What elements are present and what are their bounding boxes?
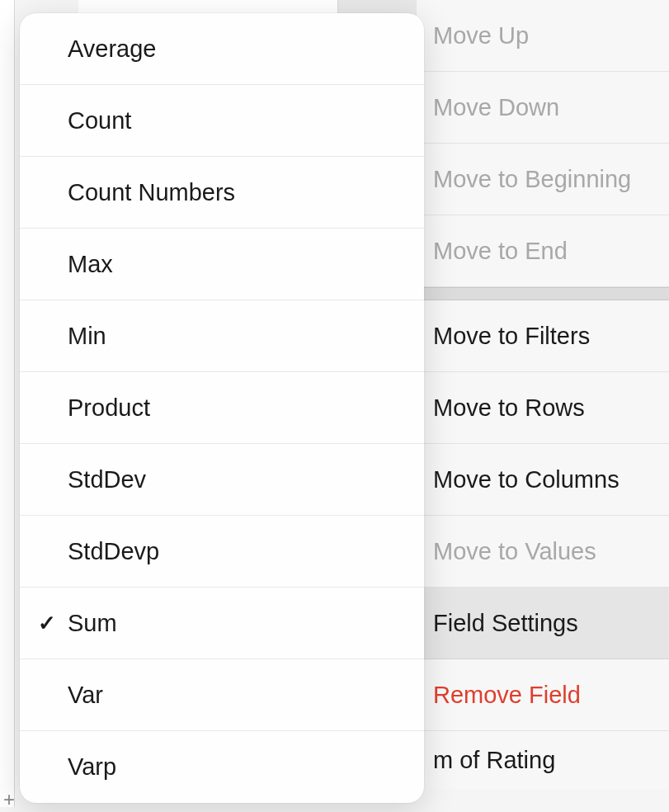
aggregation-count[interactable]: Count — [20, 85, 424, 157]
menu-move-to-beginning: Move to Beginning — [417, 144, 669, 215]
field-context-menu: Move Up Move Down Move to Beginning Move… — [417, 0, 669, 789]
aggregation-label: Max — [68, 251, 113, 278]
aggregation-label: Varp — [68, 753, 116, 781]
aggregation-average[interactable]: Average — [20, 13, 424, 85]
menu-field-settings[interactable]: Field Settings — [417, 588, 669, 659]
plus-icon: + — [0, 791, 18, 809]
menu-move-to-columns[interactable]: Move to Columns — [417, 444, 669, 516]
menu-move-up: Move Up — [417, 0, 669, 72]
menu-move-to-filters[interactable]: Move to Filters — [417, 300, 669, 372]
aggregation-sum[interactable]: ✓ Sum — [20, 588, 424, 659]
menu-move-to-rows[interactable]: Move to Rows — [417, 372, 669, 444]
menu-move-to-end: Move to End — [417, 215, 669, 287]
aggregation-label: Count — [68, 107, 131, 135]
aggregation-stddevp[interactable]: StdDevp — [20, 516, 424, 588]
aggregation-label: Var — [68, 682, 103, 709]
spreadsheet-row-edge — [0, 0, 15, 807]
aggregation-max[interactable]: Max — [20, 229, 424, 300]
aggregation-min[interactable]: Min — [20, 300, 424, 372]
menu-move-to-values: Move to Values — [417, 516, 669, 588]
aggregation-stddev[interactable]: StdDev — [20, 444, 424, 516]
checkmark-icon: ✓ — [38, 611, 56, 636]
aggregation-label: Min — [68, 323, 106, 350]
menu-separator — [417, 287, 669, 300]
aggregation-product[interactable]: Product — [20, 372, 424, 444]
field-name-label: m of Rating — [417, 731, 669, 789]
aggregation-label: Average — [68, 35, 157, 63]
aggregation-var[interactable]: Var — [20, 659, 424, 731]
aggregation-count-numbers[interactable]: Count Numbers — [20, 157, 424, 229]
aggregation-label: StdDev — [68, 466, 146, 493]
menu-remove-field[interactable]: Remove Field — [417, 659, 669, 731]
menu-move-down: Move Down — [417, 72, 669, 144]
aggregation-label: StdDevp — [68, 538, 159, 565]
aggregation-submenu: Average Count Count Numbers Max Min Prod… — [20, 13, 424, 803]
aggregation-label: Sum — [68, 610, 117, 637]
aggregation-varp[interactable]: Varp — [20, 731, 424, 803]
aggregation-label: Count Numbers — [68, 179, 235, 206]
aggregation-label: Product — [68, 394, 150, 422]
